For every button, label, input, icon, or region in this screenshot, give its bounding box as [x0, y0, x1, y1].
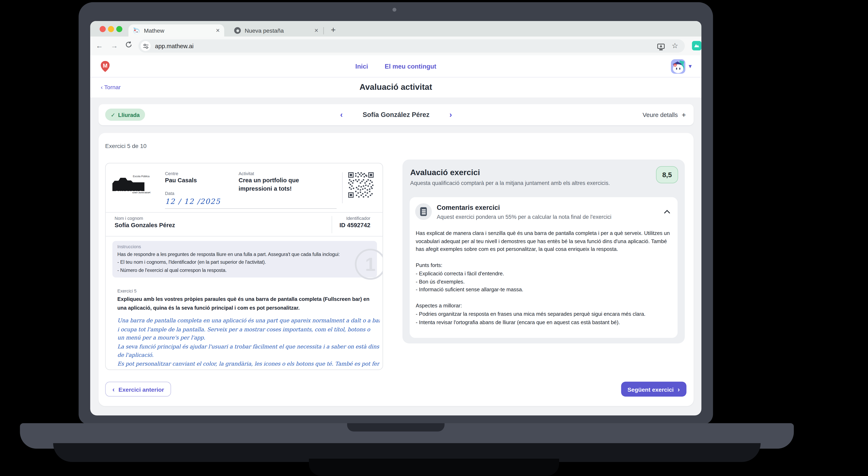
date-handwritten-value: 12 / 12 /2025 — [165, 197, 331, 206]
tab-title: Nueva pestaña — [245, 27, 314, 34]
nav-inici[interactable]: Inici — [355, 63, 368, 70]
avatar-caret-down-icon[interactable]: ▾ — [689, 63, 692, 70]
browser-window: Mathew × Nueva pestaña × + ← → — [90, 21, 701, 415]
exercise-label: Exercici 5 — [117, 289, 136, 294]
screenshot-stage: Mathew × Nueva pestaña × + ← → — [0, 0, 868, 476]
qr-code — [348, 172, 374, 198]
name-value: Sofía Gonzales Pérez — [115, 221, 175, 229]
mathew-favicon-icon — [133, 27, 140, 34]
activity-label: Activitat — [239, 171, 334, 176]
school-logo: Escola Pública PAU CASALS SANT JOAN DESP… — [113, 173, 160, 196]
comments-title: Comentaris exercici — [437, 204, 500, 212]
date-underline — [165, 208, 337, 209]
tab-separator — [323, 27, 324, 34]
tab-new-tab[interactable]: Nueva pestaña × — [230, 24, 323, 36]
close-tab-icon[interactable]: × — [314, 27, 318, 34]
nav-el-meu-contingut[interactable]: El meu contingut — [385, 63, 436, 70]
comments-doc-icon — [415, 203, 432, 220]
maximize-window-button[interactable] — [116, 26, 122, 32]
view-details-button[interactable]: Veure detalls + — [643, 104, 686, 125]
close-tab-icon[interactable]: × — [216, 27, 220, 34]
header-divider — [342, 172, 343, 203]
view-details-label: Veure detalls — [643, 111, 678, 118]
student-row: Nom i cognom Sofía Gonzales Pérez Identi… — [106, 213, 382, 237]
svg-text:M: M — [674, 64, 676, 66]
instructions-text: Has de respondre a les preguntes de resp… — [117, 250, 372, 274]
bookmark-star-icon[interactable]: ☆ — [672, 42, 678, 50]
minimize-window-button[interactable] — [108, 26, 114, 32]
activity-field: Activitat Crea un portfolio que impressi… — [239, 171, 334, 192]
identifier-value: ID 4592742 — [339, 221, 370, 229]
next-exercise-button[interactable]: Següent exercici › — [621, 382, 686, 396]
back-icon[interactable]: ← — [96, 42, 103, 51]
page-content: ✓ Lliurada ‹ Sofía González Pérez › Veur… — [90, 97, 701, 416]
url-bar[interactable]: app.mathew.ai ☆ — [138, 39, 685, 53]
name-label: Nom i cognom — [115, 216, 175, 221]
previous-exercise-button[interactable]: ‹ Exercici anterior — [105, 382, 172, 396]
collapse-chevron-up-icon[interactable] — [664, 206, 671, 216]
activity-value: Crea un portfolio que impressioni a tots… — [239, 176, 334, 192]
user-avatar[interactable]: M — [671, 59, 685, 74]
exercise-counter: Exercici 5 de 10 — [105, 142, 147, 149]
new-tab-button[interactable]: + — [327, 24, 339, 36]
next-exercise-label: Següent exercici — [627, 386, 674, 392]
centre-value: Pau Casals — [165, 176, 231, 184]
student-row-divider — [332, 216, 332, 233]
comments-card: Comentaris exercici Aquest exercici pond… — [410, 197, 678, 338]
chevron-left-icon: ‹ — [113, 385, 115, 393]
centre-label: Centre — [165, 171, 231, 176]
comments-subtitle: Aquest exercici pondera un 55% per a cal… — [437, 214, 653, 220]
exercise-question: Expliqueu amb les vostres pròpies paraul… — [117, 295, 375, 313]
webcam-dot — [393, 8, 396, 12]
grade-badge: 8,5 — [656, 166, 678, 183]
instructions-box: Instruccions Has de respondre a les preg… — [113, 241, 377, 277]
school-logo-mark — [113, 178, 145, 191]
date-field: Data 12 / 12 /2025 — [165, 191, 331, 206]
page-title-row: ‹ Tornar Avaluació activitat — [90, 78, 701, 97]
previous-exercise-label: Exercici anterior — [119, 386, 164, 392]
status-bar: ✓ Lliurada ‹ Sofía González Pérez › Veur… — [98, 104, 693, 125]
student-name: Sofía González Pérez — [363, 111, 430, 119]
student-navigator: ‹ Sofía González Pérez › — [98, 104, 693, 125]
evaluation-title: Avaluació exercici — [410, 168, 480, 177]
page-number-watermark: 1 — [355, 248, 383, 280]
school-logo-top-text: Escola Pública — [133, 175, 150, 178]
worksheet-header: Escola Pública PAU CASALS SANT JOAN DESP… — [106, 163, 382, 213]
centre-field: Centre Pau Casals — [165, 171, 231, 184]
worksheet-scan[interactable]: Escola Pública PAU CASALS SANT JOAN DESP… — [105, 163, 383, 370]
reload-icon[interactable] — [125, 41, 132, 51]
vpn-extension-icon[interactable] — [692, 41, 701, 51]
comments-body: Has explicat de manera clara i senzilla … — [416, 229, 674, 326]
identifier-label: Identificador — [339, 216, 370, 221]
forward-icon[interactable]: → — [111, 42, 118, 51]
laptop-base-shadow — [309, 459, 559, 476]
tab-mathew[interactable]: Mathew × — [128, 24, 224, 36]
page-title: Avaluació activitat — [90, 82, 701, 91]
handwritten-answer: Una barra de pantalla completa en una ap… — [117, 317, 380, 370]
chrome-icon — [234, 27, 241, 34]
instructions-label: Instruccions — [117, 244, 372, 249]
plus-icon: + — [682, 111, 686, 119]
laptop-base-notch — [347, 423, 444, 432]
tab-strip: Mathew × Nueva pestaña × + — [90, 21, 701, 36]
evaluation-subtitle: Aquesta qualificació comptarà per a la m… — [410, 180, 643, 186]
app-nav: Inici El meu contingut — [90, 55, 701, 78]
next-student-icon[interactable]: › — [450, 110, 452, 119]
site-settings-icon[interactable] — [141, 41, 151, 51]
evaluation-panel: Avaluació exercici 8,5 Aquesta qualifica… — [402, 159, 685, 344]
url-text[interactable]: app.mathew.ai — [155, 43, 685, 50]
exercise-card: Exercici 5 de 10 Escola Pública PAU CASA… — [98, 133, 693, 406]
app-header: M Inici El meu contingut M ▾ — [90, 55, 701, 78]
date-label: Data — [165, 191, 331, 196]
prev-student-icon[interactable]: ‹ — [340, 110, 343, 119]
close-window-button[interactable] — [99, 26, 106, 32]
chevron-right-icon: › — [678, 385, 680, 393]
browser-toolbar: ← → app.mathew.ai — [90, 36, 701, 55]
tab-title: Mathew — [144, 27, 216, 34]
school-logo-bottom-text: SANT JOAN DESPÍ — [132, 192, 150, 194]
install-app-icon[interactable] — [657, 42, 665, 53]
